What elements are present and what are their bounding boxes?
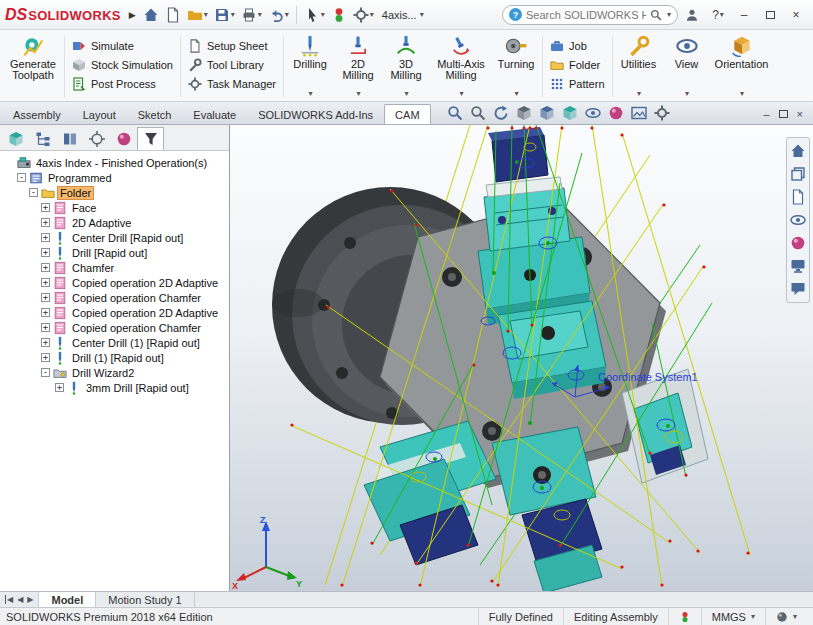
tree-item[interactable]: + Copied operation Chamfer (3, 320, 229, 335)
tree-item-label[interactable]: Center Drill (1) [Rapid out] (70, 337, 202, 349)
motion-study-tab[interactable]: Motion Study 1 (96, 592, 194, 607)
configuration-manager-tab[interactable] (56, 127, 83, 150)
dropdown-caret-icon[interactable]: ▾ (321, 10, 325, 19)
new-document-button[interactable] (163, 4, 183, 26)
save-button[interactable]: ▾ (212, 4, 237, 26)
dropdown-caret-icon[interactable]: ▾ (740, 88, 744, 99)
previous-view-button[interactable] (493, 105, 509, 121)
tree-item[interactable]: + Copied operation 2D Adaptive (3, 275, 229, 290)
tree-item[interactable]: + Center Drill [Rapid out] (3, 230, 229, 245)
hide-show-items-button[interactable] (585, 105, 601, 121)
tree-item-label[interactable]: Chamfer (70, 262, 116, 274)
expand-toggle-icon[interactable]: + (41, 308, 50, 317)
3d-milling-button[interactable]: 3D Milling ▾ (382, 32, 430, 101)
tree-item-label[interactable]: 2D Adaptive (70, 217, 133, 229)
tree-item[interactable]: + Drill [Rapid out] (3, 245, 229, 260)
home-pane-button[interactable] (790, 143, 806, 159)
setup-sheet-button[interactable]: Setup Sheet (185, 38, 279, 53)
3d-scene[interactable]: Coordinate System1 Z X Y (230, 125, 813, 591)
document-close-button[interactable]: × (797, 108, 803, 120)
tab-evaluate[interactable]: Evaluate (182, 104, 247, 124)
dropdown-caret-icon[interactable]: ▾ (357, 88, 361, 99)
display-style-button[interactable] (562, 105, 578, 121)
task-manager-button[interactable]: Task Manager (185, 76, 279, 91)
maximize-button[interactable] (758, 5, 782, 25)
multi-axis-milling-button[interactable]: Multi-Axis Milling ▾ (430, 32, 492, 101)
minimize-button[interactable]: – (732, 5, 756, 25)
tab-sketch[interactable]: Sketch (127, 104, 183, 124)
tab-cam[interactable]: CAM (384, 104, 430, 124)
view-settings-button[interactable] (654, 105, 670, 121)
dropdown-caret-icon[interactable]: ▾ (720, 10, 724, 19)
help-button[interactable]: ?▾ (706, 5, 730, 25)
zoom-area-button[interactable] (470, 105, 486, 121)
search-icon[interactable] (650, 9, 662, 21)
dropdown-caret-icon[interactable]: ▾ (309, 88, 313, 99)
folder-button[interactable]: Folder (547, 57, 607, 72)
view-orientation-button[interactable] (539, 105, 555, 121)
document-restore-button[interactable] (779, 110, 788, 118)
pattern-button[interactable]: Pattern (547, 76, 607, 91)
dropdown-caret-icon[interactable]: ▾ (405, 88, 409, 99)
apply-scene-button[interactable] (631, 105, 647, 121)
tree-item[interactable]: + Chamfer (3, 260, 229, 275)
tree-item[interactable]: + Copied operation 2D Adaptive (3, 305, 229, 320)
tree-item-label[interactable]: Copied operation Chamfer (70, 322, 203, 334)
expand-toggle-icon[interactable]: + (41, 233, 50, 242)
home-button[interactable] (141, 4, 161, 26)
tree-item-label[interactable]: Center Drill [Rapid out] (70, 232, 185, 244)
vise-center-station[interactable] (498, 301, 606, 399)
expand-toggle-icon[interactable]: + (41, 263, 50, 272)
tab-layout[interactable]: Layout (72, 104, 127, 124)
dropdown-caret-icon[interactable]: ▾ (420, 10, 424, 19)
rebuild-status[interactable] (668, 608, 701, 625)
coordinate-system-label[interactable]: Coordinate System1 (598, 371, 698, 383)
post-process-button[interactable]: Post Process (69, 76, 176, 91)
search-input[interactable] (526, 9, 646, 21)
orientation-button[interactable]: Orientation ▾ (711, 32, 773, 101)
rebuild-button[interactable] (329, 4, 349, 26)
tags-selector[interactable]: ▾ (765, 608, 807, 625)
expand-toggle-icon[interactable]: - (17, 173, 26, 182)
generate-toolpath-button[interactable]: Generate Toolpath (4, 32, 62, 101)
open-button[interactable]: ▾ (185, 4, 210, 26)
close-button[interactable]: × (784, 5, 808, 25)
dropdown-caret-icon[interactable]: ▾ (751, 612, 755, 621)
dropdown-caret-icon[interactable]: ▾ (370, 10, 374, 19)
custom-properties-button[interactable] (790, 258, 806, 274)
turning-button[interactable]: Turning ▾ (492, 32, 540, 101)
help-search-box[interactable]: ? ▾ (502, 5, 678, 25)
dropdown-caret-icon[interactable]: ▾ (258, 10, 262, 19)
tree-item-label[interactable]: Copied operation Chamfer (70, 292, 203, 304)
tree-item-label[interactable]: Folder (58, 187, 93, 199)
print-button[interactable]: ▾ (239, 4, 264, 26)
tree-item-label[interactable]: 3mm Drill [Rapid out] (84, 382, 191, 394)
expand-toggle-icon[interactable]: + (41, 218, 50, 227)
units-selector[interactable]: MMGS▾ (701, 608, 765, 625)
login-button[interactable] (680, 5, 704, 25)
expand-toggle-icon[interactable]: + (41, 293, 50, 302)
tree-item[interactable]: 4axis Index - Finished Operation(s) (3, 155, 229, 170)
drilling-button[interactable]: Drilling ▾ (286, 32, 334, 101)
tree-item-label[interactable]: 4axis Index - Finished Operation(s) (34, 157, 209, 169)
section-view-button[interactable] (516, 105, 532, 121)
model-tab[interactable]: Model (39, 592, 96, 607)
tree-item-label[interactable]: Copied operation 2D Adaptive (70, 307, 220, 319)
dropdown-caret-icon[interactable]: ▾ (685, 88, 689, 99)
dropdown-caret-icon[interactable]: ▾ (285, 10, 289, 19)
stock-simulation-button[interactable]: Stock Simulation (69, 57, 176, 72)
view-button[interactable]: View ▾ (663, 32, 711, 101)
zoom-to-fit-button[interactable] (447, 105, 463, 121)
tree-item-label[interactable]: Drill [Rapid out] (70, 247, 149, 259)
select-button[interactable]: ▾ (302, 4, 327, 26)
first-tab-button[interactable]: ◀ (5, 595, 13, 604)
expand-toggle-icon[interactable]: + (41, 353, 50, 362)
dropdown-caret-icon[interactable]: ▾ (460, 88, 464, 99)
expand-toggle-icon[interactable]: + (41, 248, 50, 257)
utilities-button[interactable]: Utilities ▾ (615, 32, 663, 101)
previous-tab-button[interactable]: ◀ (17, 595, 23, 604)
file-explorer-button[interactable] (790, 189, 806, 205)
tool-library-button[interactable]: Tool Library (185, 57, 279, 72)
dropdown-caret-icon[interactable]: ▾ (515, 88, 519, 99)
tree-item-label[interactable]: Drill Wizard2 (70, 367, 136, 379)
